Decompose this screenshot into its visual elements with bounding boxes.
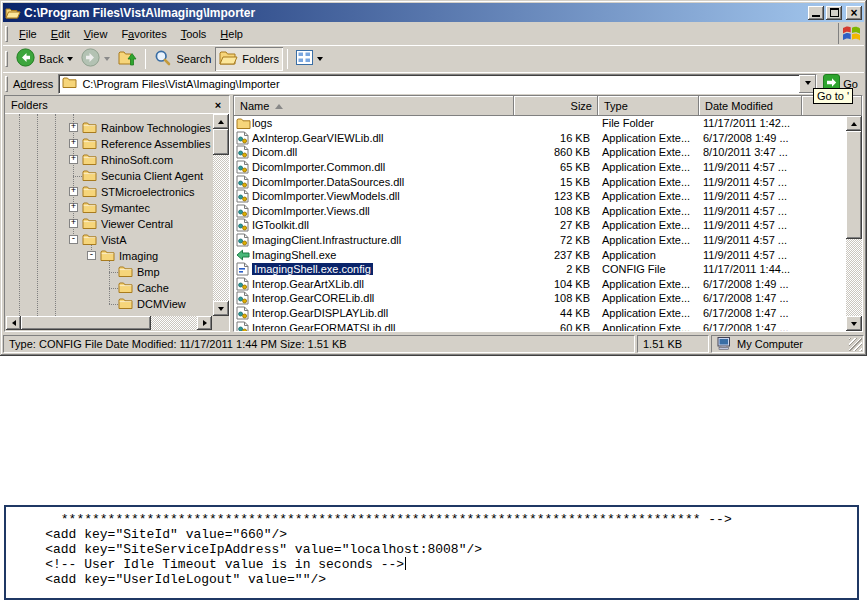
column-header-name[interactable]: Name <box>234 96 514 116</box>
tree-item[interactable]: Cache <box>6 280 212 296</box>
file-name[interactable]: Interop.GearDISPLAYLib.dll <box>252 307 388 319</box>
tree-item-label[interactable]: RhinoSoft.com <box>99 153 175 167</box>
scroll-left-icon[interactable] <box>6 316 21 330</box>
forward-button[interactable] <box>77 47 114 71</box>
back-dropdown-icon[interactable] <box>67 57 73 64</box>
tree-item-label[interactable]: Reference Assemblies <box>99 137 212 151</box>
forward-dropdown-icon[interactable] <box>104 57 110 64</box>
scroll-down-icon[interactable] <box>846 316 862 331</box>
address-grip[interactable] <box>5 76 8 92</box>
file-name[interactable]: ImagingShell.exe.config <box>252 263 373 275</box>
list-scroll-track[interactable] <box>846 239 862 316</box>
file-row[interactable]: AxInterop.GearVIEWLib.dll16 KBApplicatio… <box>234 131 846 146</box>
file-row[interactable]: Interop.GearDISPLAYLib.dll44 KBApplicati… <box>234 306 846 321</box>
tree-hscroll-thumb[interactable] <box>21 316 151 330</box>
tree-item-label[interactable]: Symantec <box>99 201 152 215</box>
tree-vertical-scrollbar[interactable] <box>213 114 229 316</box>
tree-item[interactable]: Bmp <box>6 264 212 280</box>
file-name[interactable]: logs <box>252 117 272 129</box>
tree-toggle-plus[interactable]: + <box>69 203 78 212</box>
file-row[interactable]: ImagingShell.exe.config2 KBCONFIG File11… <box>234 262 846 277</box>
tree-toggle-plus[interactable]: + <box>69 219 78 228</box>
file-name[interactable]: Interop.GearFORMATSLib.dll <box>252 322 395 331</box>
scroll-up-icon[interactable] <box>213 114 229 129</box>
tree-item[interactable]: +STMicroelectronics <box>6 184 212 200</box>
close-button[interactable]: × <box>846 6 862 20</box>
file-name[interactable]: ImagingShell.exe <box>252 249 336 261</box>
file-name[interactable]: IGToolkit.dll <box>252 219 309 231</box>
config-text-box[interactable]: ****************************************… <box>4 505 859 600</box>
search-button[interactable]: Search <box>150 47 215 71</box>
tree-toggle-plus[interactable]: + <box>69 123 78 132</box>
file-name[interactable]: DicomImporter.Common.dll <box>252 161 385 173</box>
tree-item-label[interactable]: VistA <box>99 233 128 247</box>
tree-item-label[interactable]: DCMView <box>135 297 188 311</box>
folders-button[interactable]: Folders <box>215 47 283 71</box>
toolbar-grip[interactable] <box>5 51 8 67</box>
tree-item[interactable]: Secunia Client Agent <box>6 168 212 184</box>
file-name[interactable]: DicomImporter.ViewModels.dll <box>252 190 400 202</box>
tree-item-label[interactable]: Viewer Central <box>99 217 175 231</box>
tree-item[interactable]: +Reference Assemblies <box>6 136 212 152</box>
file-row[interactable]: Interop.GearCORELib.dll108 KBApplication… <box>234 291 846 306</box>
file-name[interactable]: Dicom.dll <box>252 146 297 158</box>
file-row[interactable]: ImagingShell.exe237 KBApplication11/9/20… <box>234 247 846 262</box>
menu-item-tools[interactable]: Tools <box>174 26 214 42</box>
file-row[interactable]: DicomImporter.DataSources.dll15 KBApplic… <box>234 174 846 189</box>
tree-item-label[interactable]: Rainbow Technologies <box>99 121 212 135</box>
menu-grip[interactable] <box>5 26 8 42</box>
menu-item-edit[interactable]: Edit <box>44 26 77 42</box>
tree-toggle-plus[interactable]: + <box>69 139 78 148</box>
tree-toggle-plus[interactable]: + <box>69 155 78 164</box>
file-row[interactable]: Interop.GearFORMATSLib.dll60 KBApplicati… <box>234 320 846 331</box>
file-row[interactable]: DicomImporter.Views.dll108 KBApplication… <box>234 204 846 219</box>
list-vertical-scrollbar[interactable] <box>846 116 862 331</box>
scroll-up-icon[interactable] <box>846 116 862 131</box>
file-name[interactable]: ImagingClient.Infrastructure.dll <box>252 234 401 246</box>
file-name[interactable]: Interop.GearArtXLib.dll <box>252 278 364 290</box>
file-row[interactable]: Dicom.dll860 KBApplication Exte...8/10/2… <box>234 145 846 160</box>
file-row[interactable]: IGToolkit.dll27 KBApplication Exte...11/… <box>234 218 846 233</box>
views-dropdown-icon[interactable] <box>317 57 323 64</box>
menu-item-file[interactable]: File <box>12 26 44 42</box>
tree-item[interactable]: DCMView <box>6 296 212 312</box>
menu-item-help[interactable]: Help <box>213 26 250 42</box>
file-row[interactable]: logsFile Folder11/17/2011 1:42... <box>234 116 846 131</box>
scroll-right-icon[interactable] <box>197 316 212 330</box>
column-header-date-modified[interactable]: Date Modified <box>699 96 802 116</box>
tree-item[interactable]: -Imaging <box>6 248 212 264</box>
tree-scroll-track[interactable] <box>213 155 229 301</box>
tree-item[interactable]: +Viewer Central <box>6 216 212 232</box>
file-name[interactable]: DicomImporter.DataSources.dll <box>252 176 404 188</box>
file-row[interactable]: DicomImporter.ViewModels.dll123 KBApplic… <box>234 189 846 204</box>
tree-item-label[interactable]: Imaging <box>117 249 160 263</box>
tree-item[interactable]: +RhinoSoft.com <box>6 152 212 168</box>
tree-item[interactable]: +Rainbow Technologies <box>6 120 212 136</box>
minimize-button[interactable] <box>808 6 824 20</box>
resize-grip[interactable] <box>849 338 862 351</box>
tree-horizontal-scrollbar[interactable] <box>6 316 212 330</box>
file-row[interactable]: Interop.GearArtXLib.dll104 KBApplication… <box>234 277 846 292</box>
file-row[interactable]: DicomImporter.Common.dll65 KBApplication… <box>234 160 846 175</box>
title-bar[interactable]: C:\Program Files\VistA\Imaging\Importer … <box>3 3 864 22</box>
list-scroll-thumb[interactable] <box>846 131 862 239</box>
address-input[interactable]: C:\Program Files\VistA\Imaging\Importer <box>58 74 817 94</box>
column-header-type[interactable]: Type <box>598 96 699 116</box>
tree-item[interactable]: -VistA <box>6 232 212 248</box>
folders-close-icon[interactable]: × <box>211 98 225 112</box>
views-button[interactable] <box>292 47 327 71</box>
menu-item-favorites[interactable]: Favorites <box>114 26 173 42</box>
tree-item-label[interactable]: Secunia Client Agent <box>99 169 205 183</box>
tree-scroll-thumb[interactable] <box>213 129 229 155</box>
tree-item-label[interactable]: Cache <box>135 281 171 295</box>
back-button[interactable]: Back <box>12 47 77 71</box>
tree-hscroll-track[interactable] <box>151 316 197 330</box>
file-name[interactable]: DicomImporter.Views.dll <box>252 205 370 217</box>
scroll-down-icon[interactable] <box>213 301 229 316</box>
tree-item[interactable]: +Symantec <box>6 200 212 216</box>
menu-item-view[interactable]: View <box>77 26 115 42</box>
tree-item-label[interactable]: STMicroelectronics <box>99 185 197 199</box>
tree-toggle-minus[interactable]: - <box>69 235 78 244</box>
tree-toggle-minus[interactable]: - <box>87 251 96 260</box>
file-name[interactable]: Interop.GearCORELib.dll <box>252 292 374 304</box>
